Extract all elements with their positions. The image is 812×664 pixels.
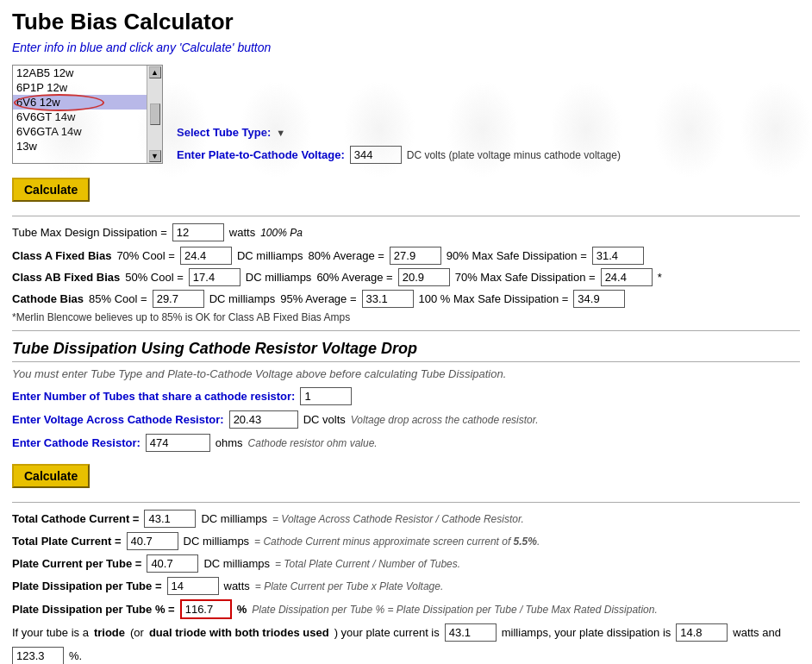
scrollbar-down[interactable]: ▼ — [149, 150, 161, 162]
voltage-across-label: Enter Voltage Across Cathode Resistor: — [12, 413, 224, 426]
scrollbar-thumb[interactable] — [150, 103, 160, 125]
total-cathode-value[interactable] — [144, 510, 196, 528]
plate-per-tube-unit: DC milliamps — [203, 557, 270, 570]
triode-row: If your tube is a triode (or dual triode… — [12, 623, 800, 664]
design-dissipation-label: Tube Max Design Dissipation = — [12, 226, 167, 239]
tube-option-6p1p[interactable]: 6P1P 12w — [13, 80, 147, 95]
tube-option-13w[interactable]: 13w — [13, 139, 147, 153]
cathode-bias-cool-pct: 85% Cool = — [89, 292, 147, 305]
class-a-cool-pct: 70% Cool = — [116, 249, 175, 262]
class-a-label: Class A Fixed Bias — [12, 249, 111, 262]
total-plate-value[interactable] — [127, 532, 178, 550]
cathode-bias-max-safe-pct: 100 % Max Safe Dissipation = — [419, 292, 569, 305]
plate-voltage-label: Enter Plate-to-Cathode Voltage: — [177, 148, 345, 161]
class-ab-asterisk: * — [658, 271, 662, 284]
class-ab-max-safe-val[interactable] — [601, 268, 653, 286]
class-a-avg-pct: 80% Average = — [309, 249, 384, 262]
cathode-bias-unit: DC milliamps — [209, 292, 276, 305]
plate-pct-eq: Plate Dissipation per Tube % = Plate Dis… — [252, 604, 658, 616]
total-plate-label: Total Plate Current = — [12, 535, 122, 548]
plate-pct-unit: % — [237, 603, 247, 616]
triode-plate-current[interactable] — [445, 623, 497, 642]
class-a-avg-val[interactable] — [390, 247, 441, 265]
plate-pct-value[interactable] — [180, 599, 232, 619]
class-a-cool-val[interactable] — [180, 247, 232, 265]
tube-dropdown-arrow[interactable]: ▼ — [276, 128, 285, 138]
cathode-resistor-label: Enter Cathode Resistor: — [12, 436, 141, 449]
class-ab-cool-val[interactable] — [189, 268, 240, 286]
plate-voltage-input[interactable] — [350, 146, 402, 164]
total-plate-eq: = Cathode Current minus approximate scre… — [254, 536, 540, 548]
cathode-resistor-input[interactable] — [146, 434, 210, 452]
voltage-across-unit: DC volts — [303, 413, 346, 426]
plate-per-tube-value[interactable] — [147, 554, 198, 573]
design-dissipation-value[interactable] — [172, 223, 224, 241]
class-ab-cool-pct: 50% Cool = — [125, 271, 184, 284]
plate-pct-label: Plate Dissipation per Tube % = — [12, 603, 175, 616]
plate-per-tube-label: Plate Current per Tube = — [12, 557, 141, 570]
total-cathode-unit: DC milliamps — [201, 512, 267, 525]
total-plate-unit: DC milliamps — [184, 535, 250, 548]
plate-per-tube-eq: = Total Plate Current / Number of Tubes. — [275, 558, 460, 570]
cathode-bias-avg-val[interactable] — [362, 290, 414, 308]
calculate-button-1[interactable]: Calculate — [12, 178, 90, 202]
class-ab-max-safe-pct: 70% Max Safe Dissipation = — [455, 271, 596, 284]
class-ab-avg-val[interactable] — [398, 268, 450, 286]
cathode-bias-label: Cathode Bias — [12, 292, 84, 305]
cathode-bias-cool-val[interactable] — [153, 290, 204, 308]
triode-dissipation[interactable] — [676, 623, 728, 642]
class-a-max-safe-pct: 90% Max Safe Dissipation = — [447, 249, 587, 262]
class-a-unit: DC milliamps — [237, 249, 303, 262]
cathode-section-title: Tube Dissipation Using Cathode Resistor … — [12, 340, 800, 362]
calculate-button-2[interactable]: Calculate — [12, 464, 90, 488]
cathode-resistor-note: Cathode resistor ohm value. — [248, 437, 378, 449]
tube-option-6v6[interactable]: 6V6 12w — [13, 95, 147, 110]
total-cathode-eq: = Voltage Across Cathode Resistor / Cath… — [272, 513, 524, 525]
app-subtitle: Enter info in blue and click any 'Calcul… — [12, 41, 800, 54]
tube-option-6v6gt[interactable]: 6V6GT 14w — [13, 110, 147, 124]
tube-option-12ab5[interactable]: 12AB5 12w — [13, 66, 147, 80]
tube-type-label: Select Tube Type: — [177, 126, 271, 139]
cathode-bias-avg-pct: 95% Average = — [280, 292, 356, 305]
cathode-bias-max-safe-val[interactable] — [573, 290, 625, 308]
scrollbar-up[interactable]: ▲ — [149, 66, 161, 78]
num-tubes-label: Enter Number of Tubes that share a catho… — [12, 390, 295, 403]
voltage-across-input[interactable] — [229, 410, 298, 429]
design-dissipation-note: 100% Pa — [260, 227, 303, 239]
class-a-max-safe-val[interactable] — [592, 247, 644, 265]
cathode-section-info: You must enter Tube Type and Plate-to-Ca… — [12, 367, 800, 380]
class-ab-avg-pct: 60% Average = — [316, 271, 392, 284]
app-title: Tube Bias Calculator — [12, 9, 800, 35]
design-dissipation-unit: watts — [229, 226, 255, 239]
plate-voltage-unit: DC volts (plate voltage minus cathode vo… — [407, 149, 621, 161]
plate-dissipation-eq: = Plate Current per Tube x Plate Voltage… — [255, 580, 443, 592]
class-ab-unit: DC milliamps — [246, 271, 312, 284]
plate-dissipation-label: Plate Dissipation per Tube = — [12, 579, 162, 592]
plate-dissipation-value[interactable] — [167, 577, 219, 595]
class-ab-label: Class AB Fixed Bias — [12, 271, 120, 284]
voltage-across-note: Voltage drop across the cathode resistor… — [351, 414, 539, 426]
merlin-note: *Merlin Blencowe believes up to 85% is O… — [12, 311, 800, 323]
plate-dissipation-unit: watts — [224, 579, 250, 592]
cathode-resistor-unit: ohms — [215, 436, 243, 449]
tube-listbox[interactable]: 12AB5 12w 6P1P 12w 6V6 12w 6V6GT 14w 6V6… — [12, 65, 163, 164]
tube-option-6v6gta[interactable]: 6V6GTA 14w — [13, 124, 147, 139]
total-cathode-label: Total Cathode Current = — [12, 512, 139, 525]
triode-pct[interactable] — [12, 647, 64, 664]
num-tubes-input[interactable] — [300, 387, 352, 405]
